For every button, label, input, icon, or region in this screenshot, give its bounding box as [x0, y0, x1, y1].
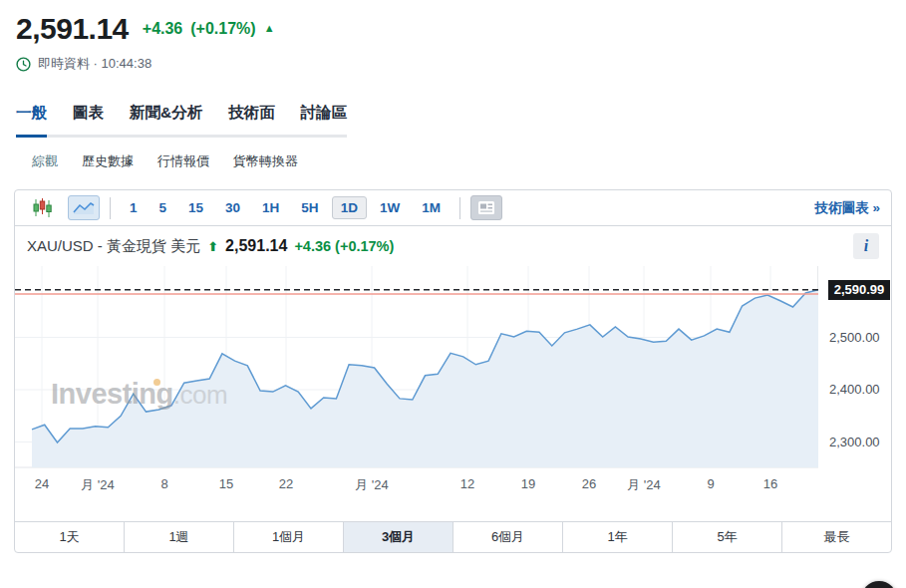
- range-1d[interactable]: 1天: [15, 522, 124, 552]
- subtab-currency-converter[interactable]: 貨幣轉換器: [233, 152, 298, 170]
- tab-discussions[interactable]: 討論區: [301, 103, 348, 135]
- range-1w[interactable]: 1週: [124, 522, 233, 552]
- change-percent: (+0.17%): [190, 20, 255, 38]
- info-icon[interactable]: i: [853, 233, 879, 259]
- subtab-historical-data[interactable]: 歷史數據: [82, 152, 134, 170]
- change-value: +4.36: [143, 20, 182, 38]
- tab-news-analysis[interactable]: 新聞&分析: [130, 103, 202, 135]
- interval-1w[interactable]: 1W: [371, 196, 409, 219]
- up-triangle-icon: ▲: [264, 22, 275, 34]
- range-selector: 1天1週1個月3個月6個月1年5年最長: [15, 521, 891, 552]
- range-6m[interactable]: 6個月: [453, 522, 562, 552]
- interval-1h[interactable]: 1H: [253, 196, 288, 219]
- y-tick-label: 2,500.00: [829, 330, 880, 345]
- active-tab-indicator: [16, 135, 47, 138]
- chart-toolbar: 1515301H5H1D1W1M 技術圖表 »: [15, 190, 891, 226]
- x-tick-label: 26: [582, 476, 596, 491]
- chart-card: 1515301H5H1D1W1M 技術圖表 » XAU/USD - 黃金現貨 美…: [14, 189, 892, 553]
- chart-title-row: XAU/USD - 黃金現貨 美元 ⬆ 2,591.14 +4.36 (+0.1…: [15, 226, 891, 266]
- tab-underline-track: [16, 135, 347, 138]
- interval-15[interactable]: 15: [179, 196, 212, 219]
- interval-30[interactable]: 30: [216, 196, 249, 219]
- range-max[interactable]: 最長: [781, 522, 891, 552]
- chart-instrument-name: XAU/USD - 黃金現貨 美元: [27, 237, 200, 256]
- realtime-label: 即時資料 · 10:44:38: [38, 55, 151, 73]
- interval-buttons: 1515301H5H1D1W1M: [121, 196, 450, 219]
- technical-chart-link[interactable]: 技術圖表 »: [815, 199, 880, 217]
- x-tick-label: 15: [219, 476, 233, 491]
- chart-change: +4.36 (+0.17%): [294, 238, 394, 254]
- x-tick-label: 月 '24: [81, 476, 115, 494]
- last-price: 2,591.14: [16, 12, 129, 46]
- toolbar-divider: [459, 197, 460, 219]
- interval-5h[interactable]: 5H: [292, 196, 327, 219]
- toolbar-divider: [110, 197, 111, 219]
- x-tick-label: 22: [279, 476, 293, 491]
- x-tick-label: 16: [763, 476, 777, 491]
- main-tabs: 一般圖表新聞&分析技術面討論區: [16, 103, 906, 135]
- price-change: +4.36 (+0.17%) ▲: [143, 20, 275, 38]
- up-arrow-icon: ⬆: [207, 239, 218, 254]
- candlestick-chart-icon[interactable]: [26, 195, 58, 220]
- x-tick-label: 19: [521, 476, 535, 491]
- price-chart-svg[interactable]: [15, 266, 818, 470]
- range-3m[interactable]: 3個月: [343, 522, 453, 552]
- tab-technical[interactable]: 技術面: [228, 103, 275, 135]
- x-axis: 24月 '2481522月 '24121926月 '24916: [15, 470, 891, 496]
- y-tick-label: 2,300.00: [829, 435, 880, 449]
- interval-1[interactable]: 1: [121, 196, 147, 219]
- x-tick-label: 12: [460, 476, 474, 491]
- chart-area-fill: [32, 290, 818, 467]
- range-1y[interactable]: 1年: [562, 522, 672, 552]
- clock-icon: [16, 57, 31, 72]
- range-1m[interactable]: 1個月: [233, 522, 343, 552]
- x-tick-label: 8: [160, 476, 167, 491]
- tab-general[interactable]: 一般: [16, 103, 47, 135]
- floating-action-button[interactable]: [861, 581, 897, 588]
- chart-price: 2,591.14: [225, 237, 287, 255]
- interval-1d[interactable]: 1D: [332, 196, 367, 219]
- instrument-header: 2,591.14 +4.36 (+0.17%) ▲ 即時資料 · 10:44:3…: [0, 0, 906, 73]
- subtab-overview[interactable]: 綜觀: [32, 152, 58, 170]
- tab-charts[interactable]: 圖表: [73, 103, 104, 135]
- chart-plot-area[interactable]: Investing.com 2,500.002,400.002,300.00 2…: [15, 266, 891, 470]
- interval-5[interactable]: 5: [151, 196, 176, 219]
- subtab-quotes[interactable]: 行情報價: [157, 152, 209, 170]
- area-chart-icon[interactable]: [68, 195, 100, 220]
- sub-tabs: 綜觀歷史數據行情報價貨幣轉換器: [16, 152, 906, 170]
- x-tick-label: 月 '24: [355, 476, 389, 494]
- last-price-badge: 2,590.99: [828, 280, 890, 300]
- y-tick-label: 2,400.00: [829, 382, 880, 397]
- range-5y[interactable]: 5年: [672, 522, 781, 552]
- x-tick-label: 9: [707, 476, 714, 491]
- x-tick-label: 月 '24: [627, 476, 661, 494]
- x-tick-label: 24: [35, 476, 49, 491]
- news-panel-icon[interactable]: [470, 195, 502, 220]
- interval-1m[interactable]: 1M: [413, 196, 450, 219]
